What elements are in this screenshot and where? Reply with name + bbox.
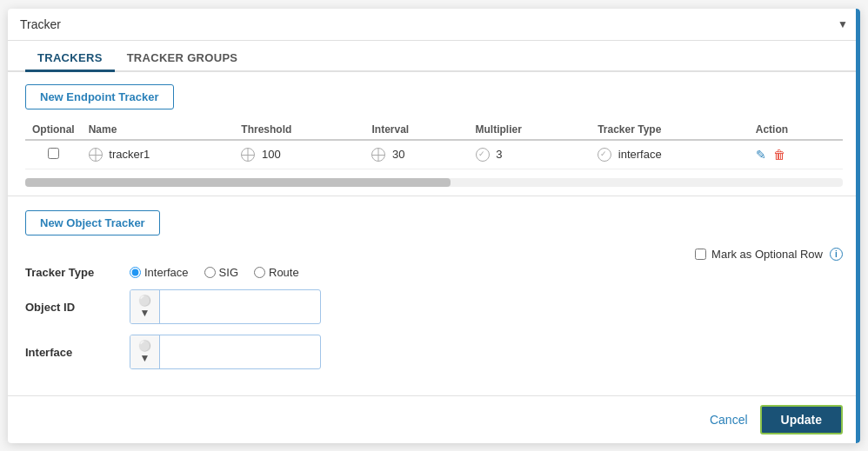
row-multiplier: 3 [496, 148, 502, 161]
radio-sig-input[interactable] [204, 267, 216, 278]
edit-icon[interactable]: ✎ [756, 148, 766, 162]
radio-interface-input[interactable] [130, 267, 141, 278]
row-action-cell: ✎ 🗑 [749, 140, 843, 169]
row-optional-checkbox[interactable] [48, 148, 59, 159]
cancel-button[interactable]: Cancel [710, 413, 748, 427]
interface-row: Interface ⚪ ▼ [8, 335, 860, 369]
row-name-cell: tracker1 [82, 140, 235, 169]
scrollbar-thumb [25, 178, 451, 187]
row-name: tracker1 [109, 148, 150, 161]
globe-icon-threshold [241, 148, 255, 162]
interface-label: Interface [25, 346, 130, 359]
radio-route-label: Route [269, 266, 299, 279]
row-interval-cell: 30 [364, 140, 468, 169]
row-threshold-cell: 100 [234, 140, 364, 169]
col-name: Name [82, 118, 235, 140]
interface-input[interactable] [160, 342, 320, 363]
radio-route[interactable]: Route [254, 266, 299, 279]
right-border-bar [856, 9, 860, 443]
radio-route-input[interactable] [254, 267, 265, 278]
tracker-table: Optional Name Threshold Interval Multipl… [25, 118, 843, 170]
endpoint-tracker-section: New Endpoint Tracker Optional Name Thres… [8, 72, 860, 179]
globe-icon-interval [371, 148, 385, 162]
tabs-bar: TRACKERS TRACKER GROUPS [8, 44, 860, 72]
check-icon-type [598, 148, 611, 162]
delete-icon[interactable]: 🗑 [773, 148, 785, 162]
object-tracker-section: New Object Tracker [8, 200, 860, 244]
object-id-globe-button[interactable]: ⚪ ▼ [130, 290, 160, 323]
optional-row-wrapper: Mark as Optional Row i [8, 244, 860, 266]
new-endpoint-tracker-button[interactable]: New Endpoint Tracker [25, 84, 174, 109]
globe-icon-iface: ⚪ ▼ [137, 340, 152, 364]
radio-sig-label: SIG [219, 266, 238, 279]
optional-row-label: Mark as Optional Row [711, 248, 823, 261]
tracker-type-row: Tracker Type Interface SIG Route [8, 266, 860, 279]
info-icon: i [830, 248, 843, 261]
row-interval: 30 [392, 148, 404, 161]
tracker-type-radio-group: Interface SIG Route [130, 266, 299, 279]
row-optional-cell[interactable] [25, 140, 82, 169]
modal-footer: Cancel Update [8, 395, 860, 443]
row-threshold: 100 [262, 148, 281, 161]
col-threshold: Threshold [234, 118, 364, 140]
table-row: tracker1 100 30 3 [25, 140, 843, 169]
row-multiplier-cell: 3 [469, 140, 591, 169]
col-action: Action [749, 118, 843, 140]
row-tracker-type: interface [618, 148, 662, 161]
object-id-input-wrapper: ⚪ ▼ [130, 289, 321, 324]
globe-icon-obj: ⚪ ▼ [137, 295, 152, 319]
radio-interface[interactable]: Interface [130, 266, 189, 279]
radio-sig[interactable]: SIG [204, 266, 238, 279]
header-select-wrapper[interactable]: Tracker ▼ [8, 9, 860, 41]
optional-row-checkbox[interactable] [695, 249, 706, 260]
new-object-tracker-button[interactable]: New Object Tracker [25, 210, 160, 235]
section-divider [8, 196, 860, 196]
update-button[interactable]: Update [760, 405, 843, 434]
object-id-input[interactable] [160, 296, 320, 318]
interface-input-wrapper: ⚪ ▼ [130, 335, 321, 369]
col-tracker-type: Tracker Type [591, 118, 749, 140]
object-id-row: Object ID ⚪ ▼ [8, 289, 860, 324]
tracker-type-label: Tracker Type [25, 266, 130, 279]
tab-trackers[interactable]: TRACKERS [25, 44, 115, 72]
col-optional: Optional [25, 118, 82, 140]
radio-interface-label: Interface [144, 266, 189, 279]
globe-icon [89, 148, 103, 162]
col-multiplier: Multiplier [469, 118, 591, 140]
object-id-label: Object ID [25, 301, 130, 314]
check-icon-multiplier [476, 148, 490, 162]
tracker-select[interactable]: Tracker [20, 17, 848, 31]
row-tracker-type-cell: interface [591, 140, 749, 169]
horizontal-scrollbar[interactable] [25, 178, 843, 187]
col-interval: Interval [364, 118, 468, 140]
modal-body: New Endpoint Tracker Optional Name Thres… [8, 72, 860, 395]
interface-globe-button[interactable]: ⚪ ▼ [130, 335, 160, 368]
tab-tracker-groups[interactable]: TRACKER GROUPS [115, 44, 250, 72]
